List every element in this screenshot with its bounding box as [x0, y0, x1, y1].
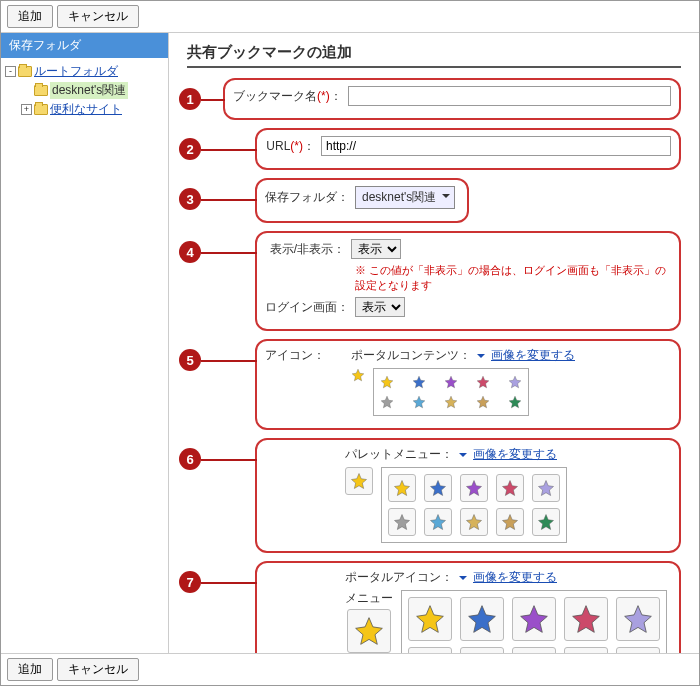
- login-visibility-label: ログイン画面：: [265, 299, 349, 316]
- icon-label: アイコン：: [265, 347, 325, 364]
- add-button[interactable]: 追加: [7, 5, 53, 28]
- main-panel: 共有ブックマークの追加 1 ブックマーク名(*)： 2 URL(*): [169, 33, 699, 653]
- bottom-toolbar: 追加 キャンセル: [1, 653, 699, 685]
- star-option[interactable]: [388, 474, 416, 502]
- url-label: URL(*)：: [265, 138, 315, 155]
- url-input[interactable]: [321, 136, 671, 156]
- star-option[interactable]: [532, 474, 560, 502]
- star-option[interactable]: [408, 597, 452, 641]
- star-option[interactable]: [380, 395, 394, 409]
- star-option[interactable]: [476, 375, 490, 389]
- section-folder: 3 保存フォルダ： desknet's関連: [255, 178, 469, 223]
- name-input[interactable]: [348, 86, 671, 106]
- callout-3: 3: [179, 188, 201, 210]
- star-option[interactable]: [424, 474, 452, 502]
- folder-tree: -ルートフォルダdesknet's関連+便利なサイト: [1, 58, 168, 123]
- folder-select[interactable]: desknet's関連: [355, 186, 455, 209]
- chevron-down-icon: [459, 576, 467, 584]
- menu-sub-label: メニュー: [345, 590, 393, 607]
- current-icon-2: [345, 467, 373, 495]
- tree-item-label: 便利なサイト: [50, 101, 122, 118]
- star-option[interactable]: [380, 375, 394, 389]
- star-option[interactable]: [508, 375, 522, 389]
- portal-contents-label: ポータルコンテンツ：: [351, 347, 471, 364]
- change-image-link-3[interactable]: 画像を変更する: [473, 569, 557, 586]
- visibility-note: ※ この値が「非表示」の場合は、ログイン画面も「非表示」の設定となります: [355, 263, 671, 293]
- tree-item[interactable]: +便利なサイト: [5, 100, 164, 119]
- section-icon-portal: 7 ポータルアイコン： 画像を変更する メニュー: [255, 561, 681, 653]
- login-visibility-select[interactable]: 表示: [355, 297, 405, 317]
- section-name: 1 ブックマーク名(*)：: [223, 78, 681, 120]
- callout-6: 6: [179, 448, 201, 470]
- star-option[interactable]: [460, 508, 488, 536]
- star-option[interactable]: [476, 395, 490, 409]
- folder-icon: [18, 66, 32, 77]
- star-option[interactable]: [616, 647, 660, 653]
- star-option[interactable]: [512, 597, 556, 641]
- tree-item[interactable]: -ルートフォルダ: [5, 62, 164, 81]
- chevron-down-icon: [459, 453, 467, 461]
- star-option[interactable]: [564, 647, 608, 653]
- tree-item-label: ルートフォルダ: [34, 63, 118, 80]
- star-option[interactable]: [564, 597, 608, 641]
- icon-grid-3: [401, 590, 667, 653]
- sidebar-title: 保存フォルダ: [1, 33, 168, 58]
- folder-icon: [34, 104, 48, 115]
- callout-4: 4: [179, 241, 201, 263]
- star-option[interactable]: [388, 508, 416, 536]
- tree-item[interactable]: desknet's関連: [5, 81, 164, 100]
- visibility-select[interactable]: 表示: [351, 239, 401, 259]
- current-icon-1: [351, 368, 365, 382]
- icon-grid-2: [381, 467, 567, 543]
- tree-toggle-icon[interactable]: -: [5, 66, 16, 77]
- star-option[interactable]: [412, 395, 426, 409]
- portal-icon-label: ポータルアイコン：: [345, 569, 453, 586]
- star-option[interactable]: [460, 474, 488, 502]
- star-option[interactable]: [496, 474, 524, 502]
- section-icon-palette: 6 パレットメニュー： 画像を変更する: [255, 438, 681, 553]
- callout-1: 1: [179, 88, 201, 110]
- top-toolbar: 追加 キャンセル: [1, 1, 699, 33]
- section-visibility: 4 表示/非表示： 表示 ※ この値が「非表示」の場合は、ログイン画面も「非表示…: [255, 231, 681, 331]
- palette-menu-label: パレットメニュー：: [345, 446, 453, 463]
- current-icon-3: メニュー: [345, 590, 393, 653]
- star-option[interactable]: [444, 375, 458, 389]
- callout-5: 5: [179, 349, 201, 371]
- star-option[interactable]: [508, 395, 522, 409]
- star-option[interactable]: [616, 597, 660, 641]
- star-option[interactable]: [444, 395, 458, 409]
- star-option[interactable]: [460, 597, 504, 641]
- star-option[interactable]: [412, 375, 426, 389]
- visibility-label: 表示/非表示：: [265, 241, 345, 258]
- star-option[interactable]: [408, 647, 452, 653]
- folder-label: 保存フォルダ：: [265, 189, 349, 206]
- page-title: 共有ブックマークの追加: [187, 43, 681, 68]
- name-label: ブックマーク名(*)：: [233, 88, 342, 105]
- sidebar: 保存フォルダ -ルートフォルダdesknet's関連+便利なサイト: [1, 33, 169, 653]
- star-option[interactable]: [424, 508, 452, 536]
- cancel-button-bottom[interactable]: キャンセル: [57, 658, 139, 681]
- section-icon-portal-contents: 5 アイコン： ポータルコンテンツ： 画像を変更する: [255, 339, 681, 430]
- star-option[interactable]: [532, 508, 560, 536]
- tree-item-label: desknet's関連: [50, 82, 128, 99]
- callout-2: 2: [179, 138, 201, 160]
- add-button-bottom[interactable]: 追加: [7, 658, 53, 681]
- icon-grid-1: [373, 368, 529, 416]
- star-option[interactable]: [496, 508, 524, 536]
- folder-icon: [34, 85, 48, 96]
- star-option[interactable]: [460, 647, 504, 653]
- callout-7: 7: [179, 571, 201, 593]
- change-image-link-2[interactable]: 画像を変更する: [473, 446, 557, 463]
- star-option[interactable]: [512, 647, 556, 653]
- change-image-link-1[interactable]: 画像を変更する: [491, 347, 575, 364]
- tree-toggle-icon[interactable]: +: [21, 104, 32, 115]
- cancel-button[interactable]: キャンセル: [57, 5, 139, 28]
- chevron-down-icon: [477, 354, 485, 362]
- section-url: 2 URL(*)：: [255, 128, 681, 170]
